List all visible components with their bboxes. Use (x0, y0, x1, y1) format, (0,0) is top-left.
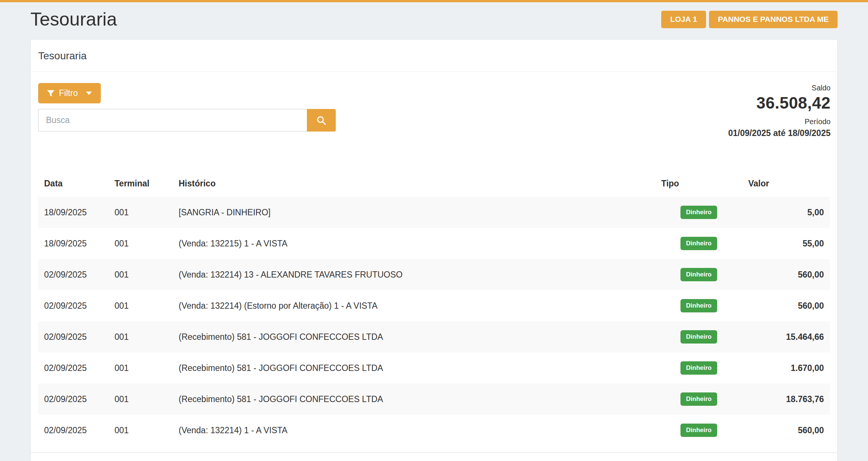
cell-valor: 560,00 (742, 259, 830, 290)
periodo-label: Período (728, 117, 831, 126)
filter-button[interactable]: Filtro (38, 83, 101, 103)
cell-valor: 15.464,66 (742, 321, 830, 352)
cell-terminal: 001 (109, 197, 173, 228)
search-button[interactable] (307, 109, 336, 132)
treasury-card: Tesouraria Filtro (30, 39, 838, 461)
column-header-valor: Valor (742, 170, 830, 197)
store-button[interactable]: LOJA 1 (661, 11, 706, 28)
cell-valor: 5,00 (742, 197, 830, 228)
table-header: Data Terminal Histórico Tipo Valor (38, 170, 830, 197)
filter-button-label: Filtro (59, 88, 78, 98)
cell-data: 18/09/2025 (38, 197, 109, 228)
tipo-badge: Dinheiro (680, 206, 717, 219)
tipo-badge: Dinheiro (680, 299, 717, 312)
column-header-data: Data (38, 170, 109, 197)
cell-tipo: Dinheiro (655, 384, 742, 415)
cell-tipo: Dinheiro (655, 321, 742, 352)
cell-historico: (Recebimento) 581 - JOGGOFI CONFECCOES L… (173, 384, 655, 415)
table-total: Total - 8 encontrado(s) (31, 452, 837, 461)
page: Tesouraria LOJA 1 PANNOS E PANNOS LTDA M… (0, 0, 868, 461)
table-row[interactable]: 02/09/2025 001 (Venda: 132214) 1 - A VIS… (38, 415, 830, 446)
cell-tipo: Dinheiro (655, 290, 742, 321)
header-buttons: LOJA 1 PANNOS E PANNOS LTDA ME (661, 11, 838, 28)
cell-terminal: 001 (109, 259, 173, 290)
tipo-badge: Dinheiro (680, 237, 717, 250)
tipo-badge: Dinheiro (680, 268, 717, 281)
tipo-badge: Dinheiro (680, 330, 717, 344)
cell-valor: 55,00 (742, 228, 830, 259)
cell-tipo: Dinheiro (655, 352, 742, 384)
cell-terminal: 001 (109, 321, 173, 352)
cell-valor: 1.670,00 (742, 352, 830, 384)
cell-data: 02/09/2025 (38, 290, 109, 321)
page-title: Tesouraria (30, 8, 117, 30)
table-row[interactable]: 02/09/2025 001 (Venda: 132214) (Estorno … (38, 290, 830, 321)
table-row[interactable]: 02/09/2025 001 (Recebimento) 581 - JOGGO… (38, 321, 830, 352)
table-body: 18/09/2025 001 [SANGRIA - DINHEIRO] Dinh… (38, 197, 830, 446)
tipo-badge: Dinheiro (680, 392, 717, 406)
cell-data: 02/09/2025 (38, 415, 109, 446)
cell-valor: 560,00 (742, 290, 830, 321)
saldo-label: Saldo (728, 84, 831, 92)
search-input[interactable] (38, 109, 307, 132)
cell-data: 02/09/2025 (38, 384, 109, 415)
saldo-value: 36.508,42 (728, 94, 831, 112)
chevron-down-icon (86, 92, 92, 95)
periodo-value: 01/09/2025 até 18/09/2025 (728, 128, 831, 138)
summary-panel: Saldo 36.508,42 Período 01/09/2025 até 1… (728, 84, 831, 138)
cell-historico: [SANGRIA - DINHEIRO] (173, 197, 655, 228)
cell-tipo: Dinheiro (655, 415, 742, 446)
cell-historico: (Venda: 132215) 1 - A VISTA (173, 228, 655, 259)
cell-tipo: Dinheiro (655, 228, 742, 259)
column-header-historico: Histórico (173, 170, 655, 197)
cell-data: 18/09/2025 (38, 228, 109, 259)
cell-terminal: 001 (109, 228, 173, 259)
cell-terminal: 001 (109, 384, 173, 415)
cell-terminal: 001 (109, 415, 173, 446)
cell-terminal: 001 (109, 352, 173, 384)
tipo-badge: Dinheiro (680, 361, 717, 375)
card-body: Filtro Saldo 36.508,42 Período (31, 72, 837, 446)
cell-tipo: Dinheiro (655, 197, 742, 228)
cell-data: 02/09/2025 (38, 321, 109, 352)
cell-data: 02/09/2025 (38, 352, 109, 384)
cell-historico: (Venda: 132214) 13 - ALEXANDRE TAVARES F… (173, 259, 655, 290)
cell-data: 02/09/2025 (38, 259, 109, 290)
transactions-table: Data Terminal Histórico Tipo Valor 18/09… (38, 170, 830, 446)
cell-valor: 18.763,76 (742, 384, 830, 415)
table-row[interactable]: 02/09/2025 001 (Venda: 132214) 13 - ALEX… (38, 259, 830, 290)
cell-historico: (Venda: 132214) (Estorno por Alteração) … (173, 290, 655, 321)
cell-historico: (Recebimento) 581 - JOGGOFI CONFECCOES L… (173, 352, 655, 384)
filter-funnel-icon (47, 90, 54, 97)
table-row[interactable]: 18/09/2025 001 (Venda: 132215) 1 - A VIS… (38, 228, 830, 259)
page-header: Tesouraria LOJA 1 PANNOS E PANNOS LTDA M… (0, 2, 868, 39)
search-row (38, 109, 336, 132)
table-row[interactable]: 02/09/2025 001 (Recebimento) 581 - JOGGO… (38, 384, 830, 415)
cell-tipo: Dinheiro (655, 259, 742, 290)
column-header-tipo: Tipo (655, 170, 742, 197)
cell-historico: (Recebimento) 581 - JOGGOFI CONFECCOES L… (173, 321, 655, 352)
table-row[interactable]: 02/09/2025 001 (Recebimento) 581 - JOGGO… (38, 352, 830, 384)
tipo-badge: Dinheiro (680, 424, 717, 437)
cell-valor: 560,00 (742, 415, 830, 446)
card-header: Tesouraria (31, 40, 837, 72)
table-row[interactable]: 18/09/2025 001 [SANGRIA - DINHEIRO] Dinh… (38, 197, 830, 228)
search-icon (316, 115, 327, 126)
cell-terminal: 001 (109, 290, 173, 321)
company-button[interactable]: PANNOS E PANNOS LTDA ME (709, 11, 838, 28)
cell-historico: (Venda: 132214) 1 - A VISTA (173, 415, 655, 446)
column-header-terminal: Terminal (109, 170, 173, 197)
